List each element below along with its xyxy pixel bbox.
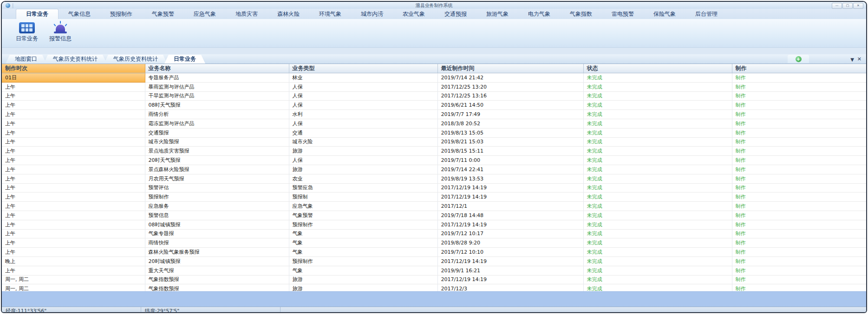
tab-close-icon[interactable]: ✕ — [857, 56, 861, 62]
column-header-6[interactable]: 制作 — [732, 64, 866, 73]
cell-status: 未完成 — [583, 248, 732, 257]
menu-tab-7[interactable]: 森林火险 — [268, 9, 309, 19]
table-row[interactable]: 上午预警评估预警应急2017/12/19 14:19未完成制作 — [2, 183, 866, 192]
table-row[interactable]: 上午霜冻监测与评估产品人保2018/3/8 20:52未完成制作 — [2, 119, 866, 128]
make-link[interactable]: 制作 — [732, 119, 866, 128]
table-row[interactable]: 上午重大天气报气象2019/9/1 16:21未完成制作 — [2, 266, 866, 275]
column-header-3[interactable]: 业务类型 — [289, 64, 437, 73]
cell-type: 预警应急 — [289, 183, 437, 192]
cell-type: 林业 — [289, 73, 437, 83]
minimize-button[interactable]: — — [832, 3, 842, 9]
make-link[interactable]: 制作 — [732, 275, 866, 284]
menu-tab-2[interactable]: 气象信息 — [59, 9, 100, 19]
ribbon-button-daily-business[interactable]: 日常业务 — [10, 21, 44, 46]
table-row[interactable]: 上午暴雨监测与评估产品人保2017/12/25 13:20未完成制作 — [2, 82, 866, 91]
doc-tab-1[interactable]: 地图窗口 — [6, 55, 46, 64]
table-row[interactable]: 上午预警信息气象预警2019/7/18 14:48未完成制作 — [2, 211, 866, 220]
cell-type: 预报制 — [289, 192, 437, 202]
cell-time: 上午 — [2, 82, 145, 91]
doc-tab-3[interactable]: 气象历史资料统计 — [104, 55, 167, 64]
column-header-2[interactable]: 业务名称 — [145, 64, 289, 73]
make-link[interactable]: 制作 — [732, 183, 866, 192]
cell-type: 气象 — [289, 266, 437, 275]
cell-time: 上午 — [2, 119, 145, 128]
cell-name: 月农用天气预报 — [145, 174, 289, 183]
table-row[interactable]: 周一, 周二气象指数预报旅游2017/12/19 14:19未完成制作 — [2, 275, 866, 284]
make-link[interactable]: 制作 — [732, 266, 866, 275]
make-link[interactable]: 制作 — [732, 165, 866, 174]
make-link[interactable]: 制作 — [732, 229, 866, 238]
cell-name: 气象指数预报 — [145, 284, 289, 291]
status-latitude: 纬度:29°57'5" — [141, 307, 281, 313]
menu-tab-15[interactable]: 雷电预警 — [602, 9, 644, 19]
table-row[interactable]: 上午森林火险气象服务预报气象2019/7/12 10:10未完成制作 — [2, 248, 866, 257]
make-link[interactable]: 制作 — [732, 82, 866, 91]
table-row[interactable]: 上午雨情快报气象2019/8/28 9:20未完成制作 — [2, 238, 866, 248]
menu-tab-5[interactable]: 应急气象 — [184, 9, 226, 19]
table-row[interactable]: 上午08时城镇预报预报制作2017/12/19 14:19未完成制作 — [2, 220, 866, 229]
make-link[interactable]: 制作 — [732, 147, 866, 156]
table-body: 01日专题服务产品林业2019/7/14 21:42未完成制作上午暴雨监测与评估… — [2, 73, 866, 292]
menu-tab-11[interactable]: 交通预报 — [435, 9, 476, 19]
menu-tab-9[interactable]: 城市内涝 — [351, 9, 393, 19]
menu-tab-10[interactable]: 农业气象 — [393, 9, 435, 19]
make-link[interactable]: 制作 — [732, 156, 866, 165]
doc-tab-4[interactable]: 日常业务 — [164, 55, 205, 64]
table-row[interactable]: 上午20时天气预报人保2019/7/11 0:00未完成制作 — [2, 156, 866, 165]
make-link[interactable]: 制作 — [732, 192, 866, 202]
menu-tab-17[interactable]: 后台管理 — [685, 9, 727, 19]
column-header-1[interactable]: 制作时次 — [2, 64, 145, 73]
menu-bar: 日常业务气象信息预报制作气象预警应急气象地质灾害森林火险环境气象城市内涝农业气象… — [2, 9, 866, 19]
maximize-button[interactable]: ▢ — [842, 3, 853, 9]
make-link[interactable]: 制作 — [732, 110, 866, 119]
menu-tab-14[interactable]: 气象指数 — [560, 9, 602, 19]
menu-tab-4[interactable]: 气象预警 — [142, 9, 184, 19]
menu-tab-12[interactable]: 旅游气象 — [476, 9, 518, 19]
menu-tab-1[interactable]: 日常业务 — [16, 9, 59, 19]
menu-tab-16[interactable]: 保险气象 — [644, 9, 685, 19]
cell-last-time: 2019/7/18 14:48 — [437, 211, 583, 220]
table-row[interactable]: 周一, 周二气象指数预报旅游2017/12/3未完成制作 — [2, 284, 866, 291]
make-link[interactable]: 制作 — [732, 91, 866, 101]
make-link[interactable]: 制作 — [732, 174, 866, 183]
doc-tab-2[interactable]: 气象历史资料统计 — [44, 55, 107, 64]
tab-list-dropdown-icon[interactable]: ▼ — [850, 57, 854, 62]
make-link[interactable]: 制作 — [732, 238, 866, 248]
make-link[interactable]: 制作 — [732, 220, 866, 229]
close-button[interactable]: ✕ — [853, 3, 863, 9]
make-link[interactable]: 制作 — [732, 211, 866, 220]
make-link[interactable]: 制作 — [732, 284, 866, 291]
table-row[interactable]: 晚上20时城镇预报预报制作2017/12/19 14:19未完成制作 — [2, 256, 866, 266]
ribbon-button-alarm-info[interactable]: 报警信息 — [44, 21, 77, 46]
make-link[interactable]: 制作 — [732, 101, 866, 110]
table-row[interactable]: 上午交通预报交通2019/8/13 15:05未完成制作 — [2, 128, 866, 137]
make-link[interactable]: 制作 — [732, 73, 866, 83]
add-tab-button[interactable]: + — [796, 56, 802, 62]
make-link[interactable]: 制作 — [732, 202, 866, 211]
menu-tab-8[interactable]: 环境气象 — [309, 9, 351, 19]
column-header-5[interactable]: 状态 — [583, 64, 732, 73]
table-row[interactable]: 上午景点森林火险预报旅游2019/7/14 22:41未完成制作 — [2, 165, 866, 174]
make-link[interactable]: 制作 — [732, 248, 866, 257]
table-row[interactable]: 上午08时天气预报人保2019/6/21 14:50未完成制作 — [2, 101, 866, 110]
menu-tab-3[interactable]: 预报制作 — [100, 9, 142, 19]
column-header-4[interactable]: 最近制作时间 — [437, 64, 583, 73]
table-row[interactable]: 上午雨情分析水利2019/7/7 17:49未完成制作 — [2, 110, 866, 119]
table-row[interactable]: 上午景点地质灾害预报旅游2019/8/15 15:11未完成制作 — [2, 147, 866, 156]
table-row[interactable]: 上午月农用天气预报农业2019/8/19 13:53未完成制作 — [2, 174, 866, 183]
table-row[interactable]: 上午预报制作预报制2017/12/19 14:19未完成制作 — [2, 192, 866, 202]
menu-tab-6[interactable]: 地质灾害 — [226, 9, 268, 19]
table-row[interactable]: 01日专题服务产品林业2019/7/14 21:42未完成制作 — [2, 73, 866, 83]
cell-status: 未完成 — [583, 192, 732, 202]
cell-status: 未完成 — [583, 73, 732, 83]
table-row[interactable]: 上午干旱监测与评估产品人保2017/12/25 13:16未完成制作 — [2, 91, 866, 101]
make-link[interactable]: 制作 — [732, 137, 866, 147]
make-link[interactable]: 制作 — [732, 256, 866, 266]
table-row[interactable]: 上午应急服务应急气象2017/12/1未完成制作 — [2, 202, 866, 211]
table-row[interactable]: 上午城市火险预报城市火险2019/8/21 15:03未完成制作 — [2, 137, 866, 147]
table-row[interactable]: 上午气象专题报气象2019/7/12 10:17未完成制作 — [2, 229, 866, 238]
cell-type: 水利 — [289, 110, 437, 119]
cell-time: 上午 — [2, 220, 145, 229]
menu-tab-13[interactable]: 电力气象 — [518, 9, 560, 19]
make-link[interactable]: 制作 — [732, 128, 866, 137]
